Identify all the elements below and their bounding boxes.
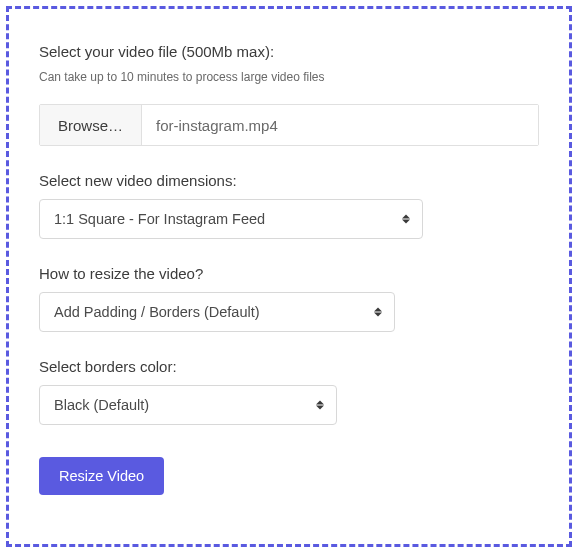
- file-hint: Can take up to 10 minutes to process lar…: [39, 70, 539, 84]
- dimensions-select[interactable]: 1:1 Square - For Instagram Feed: [39, 199, 423, 239]
- form-container: Select your video file (500Mb max): Can …: [6, 6, 572, 547]
- border-color-label: Select borders color:: [39, 358, 539, 375]
- resize-method-selected: Add Padding / Borders (Default): [54, 304, 260, 320]
- dimensions-label: Select new video dimensions:: [39, 172, 539, 189]
- file-name-input[interactable]: [142, 105, 538, 145]
- border-color-select[interactable]: Black (Default): [39, 385, 337, 425]
- file-input-row: Browse…: [39, 104, 539, 146]
- resize-method-select[interactable]: Add Padding / Borders (Default): [39, 292, 395, 332]
- sort-icon: [402, 215, 410, 224]
- resize-video-button[interactable]: Resize Video: [39, 457, 164, 495]
- resize-method-label: How to resize the video?: [39, 265, 539, 282]
- browse-button[interactable]: Browse…: [40, 105, 142, 145]
- dimensions-selected: 1:1 Square - For Instagram Feed: [54, 211, 265, 227]
- sort-icon: [374, 308, 382, 317]
- sort-icon: [316, 401, 324, 410]
- file-label: Select your video file (500Mb max):: [39, 43, 539, 60]
- border-color-selected: Black (Default): [54, 397, 149, 413]
